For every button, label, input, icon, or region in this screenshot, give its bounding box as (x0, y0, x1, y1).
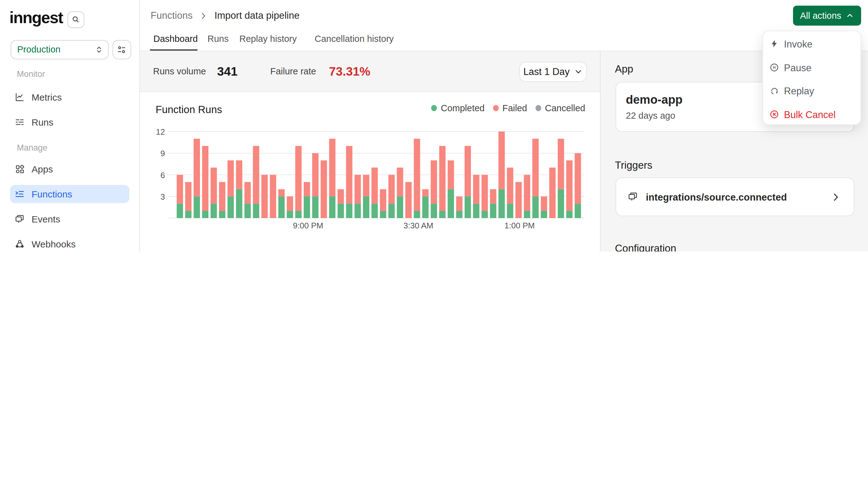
svg-text:3:30 AM: 3:30 AM (403, 221, 433, 230)
svg-text:1:00 PM: 1:00 PM (505, 221, 535, 230)
svg-text:9:00 PM: 9:00 PM (293, 221, 323, 230)
svg-text:3: 3 (161, 192, 165, 202)
svg-text:9: 9 (161, 149, 165, 158)
svg-text:12: 12 (156, 127, 165, 136)
svg-text:6: 6 (161, 171, 165, 180)
